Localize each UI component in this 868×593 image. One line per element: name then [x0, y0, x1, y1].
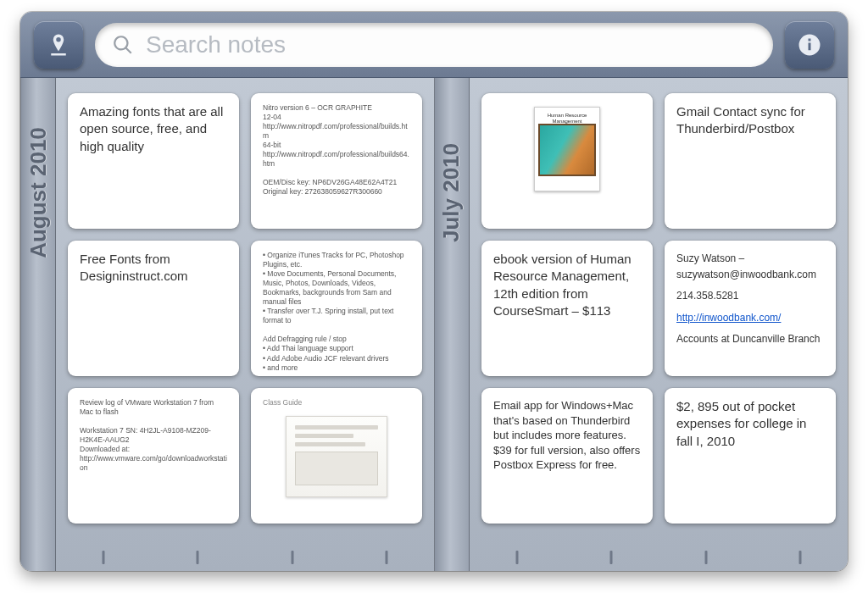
note-card[interactable]: Email app for Windows+Mac that's based o…	[481, 388, 653, 524]
notes-grid: Human Resource Management Gmail Contact …	[470, 78, 848, 571]
pin-icon	[46, 32, 71, 58]
contact-block: Suzy Watson – suzywatson@inwoodbank.com …	[676, 251, 824, 347]
note-card[interactable]: Nitro version 6 – OCR GRAPHITE 12-04 htt…	[251, 93, 422, 229]
note-text: Amazing fonts that are all open source, …	[80, 103, 227, 155]
note-card[interactable]: Class Guide	[251, 388, 422, 524]
note-card[interactable]: $2, 895 out of pocket expenses for colle…	[665, 388, 836, 524]
toolbar	[20, 12, 848, 78]
info-button[interactable]	[785, 21, 834, 69]
book-title: Human Resource Management	[538, 113, 596, 124]
note-card[interactable]: Review log of VMware Workstation 7 from …	[68, 388, 239, 524]
search-field[interactable]	[95, 23, 773, 67]
note-text: Free Fonts from Designinstruct.com	[80, 251, 227, 285]
info-icon	[797, 32, 822, 58]
note-text: • Organize iTunes Tracks for PC, Photosh…	[263, 251, 410, 376]
contact-email: suzywatson@inwoodbank.com	[676, 267, 824, 283]
month-rail: July 2010	[434, 78, 470, 571]
contact-extra: Accounts at Duncanville Branch	[676, 331, 824, 347]
note-text: Nitro version 6 – OCR GRAPHITE 12-04 htt…	[263, 103, 410, 197]
note-card[interactable]: ebook version of Human Resource Manageme…	[481, 241, 653, 376]
search-input[interactable]	[146, 31, 756, 58]
month-rail: August 2010	[20, 78, 56, 571]
note-text: Review log of VMware Workstation 7 from …	[80, 398, 227, 473]
search-icon	[112, 34, 134, 56]
note-card[interactable]: Suzy Watson – suzywatson@inwoodbank.com …	[665, 241, 836, 376]
timeline-ticks	[434, 542, 848, 564]
timeline[interactable]: August 2010 Amazing fonts that are all o…	[20, 78, 848, 571]
month-label: July 2010	[439, 143, 465, 242]
note-text: $2, 895 out of pocket expenses for colle…	[676, 398, 824, 450]
app-window: August 2010 Amazing fonts that are all o…	[20, 12, 848, 571]
note-text: Email app for Windows+Mac that's based o…	[493, 398, 641, 473]
note-text: Gmail Contact sync for Thunderbird/Postb…	[676, 103, 824, 138]
screenshot-thumbnail	[286, 416, 387, 497]
thumbnail-caption: Class Guide	[263, 398, 410, 407]
month-column-august-2010: August 2010 Amazing fonts that are all o…	[20, 78, 434, 571]
note-card[interactable]: Human Resource Management	[481, 93, 653, 229]
month-label: August 2010	[25, 127, 52, 258]
contact-name: Suzy Watson –	[676, 251, 824, 267]
note-text: ebook version of Human Resource Manageme…	[493, 251, 641, 319]
timeline-ticks	[20, 542, 434, 564]
month-column-july-2010: July 2010 Human Resource Management Gmai…	[434, 78, 848, 571]
note-card[interactable]: Free Fonts from Designinstruct.com	[68, 241, 239, 376]
location-button[interactable]	[34, 21, 83, 69]
notes-grid: Amazing fonts that are all open source, …	[56, 78, 434, 571]
note-card[interactable]: • Organize iTunes Tracks for PC, Photosh…	[251, 241, 422, 376]
note-card[interactable]: Amazing fonts that are all open source, …	[68, 93, 239, 229]
contact-phone: 214.358.5281	[676, 288, 824, 304]
contact-link[interactable]: http://inwoodbank.com/	[676, 312, 781, 324]
book-thumbnail: Human Resource Management	[534, 107, 600, 191]
note-card[interactable]: Gmail Contact sync for Thunderbird/Postb…	[665, 93, 836, 229]
